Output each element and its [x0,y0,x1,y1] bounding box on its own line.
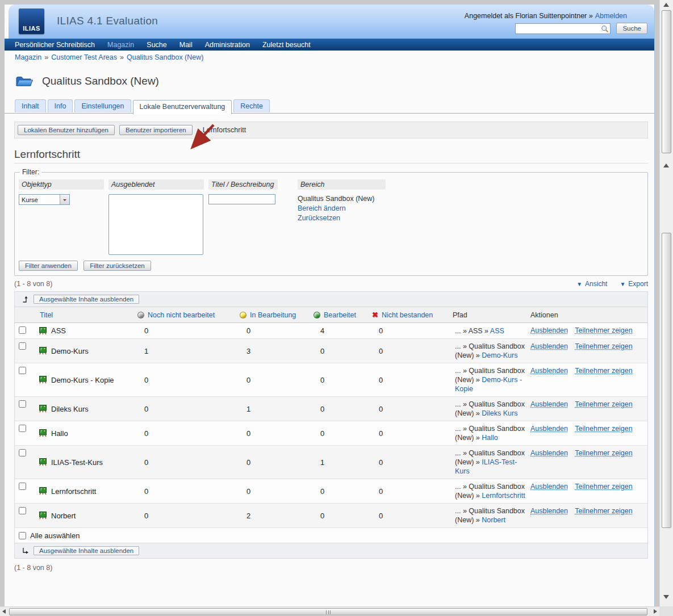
hide-selected-button-bottom[interactable]: Ausgewählte Inhalte ausblenden [34,546,139,555]
row-checkbox[interactable] [19,342,26,350]
apply-down-arrow-icon [22,547,29,555]
breadcrumb: Magazin»Customer Test Areas»Qualitus San… [5,51,654,64]
scroll-left-icon[interactable] [2,609,6,614]
horizontal-scroll-thumb[interactable] [9,608,647,615]
breadcrumb-link-1[interactable]: Customer Test Areas [51,53,117,61]
action-ausblenden[interactable]: Ausblenden [530,425,568,433]
import-users-button[interactable]: Benutzer importieren [119,125,193,135]
logout-link[interactable]: Abmelden [595,12,627,20]
tab-4[interactable]: Rechte [233,99,270,112]
action-ausblenden[interactable]: Ausblenden [530,342,568,350]
search-button[interactable]: Suche [616,23,647,34]
status-header-link-3[interactable]: Nicht bestanden [382,311,433,319]
zuruecksetzen-link[interactable]: Zurücksetzen [298,213,386,223]
path-link[interactable]: Demo-Kurs [482,351,517,359]
breadcrumb-separator: » [120,53,124,61]
value-in-progress: 0 [240,458,313,467]
vertical-scroll-thumb-top[interactable] [662,10,671,153]
breadcrumb-link-0[interactable]: Magazin [15,53,41,61]
search-input[interactable] [515,23,611,34]
actions-cell: Ausblenden Teilnehmer zeigen [530,479,647,491]
ausgeblendet-listbox[interactable] [108,194,203,255]
action-ausblenden[interactable]: Ausblenden [530,483,568,491]
table-row: Demo-Kurs - Kopie 0 0 0 0 ... » Qualitus… [15,363,647,397]
select-all-label: Alle auswählen [30,531,80,540]
action-teilnehmer-zeigen[interactable]: Teilnehmer zeigen [575,400,632,408]
bulk-strip-top: Ausgewählte Inhalte ausblenden [15,292,647,307]
action-teilnehmer-zeigen[interactable]: Teilnehmer zeigen [575,425,632,433]
titel-beschreibung-input[interactable] [208,194,275,204]
filter-reset-button[interactable]: Filter zurücksetzen [83,261,151,271]
action-ausblenden[interactable]: Ausblenden [530,449,568,457]
value-completed: 1 [313,458,372,467]
export-link[interactable]: Export [628,280,648,288]
course-icon [39,487,47,495]
nav-item-4[interactable]: Administration [205,41,250,49]
action-teilnehmer-zeigen[interactable]: Teilnehmer zeigen [575,342,632,350]
tab-3[interactable]: Lokale Benutzerverwaltung [133,100,232,114]
filter-legend: Filter: [20,168,41,176]
tab-0[interactable]: Inhalt [15,99,46,112]
login-status: Angemeldet als Florian Suittenpointner »… [465,12,627,20]
select-all-checkbox[interactable] [19,532,26,539]
row-checkbox[interactable] [19,507,26,514]
path-link[interactable]: Dileks Kurs [482,409,517,417]
value-completed: 0 [313,347,372,355]
action-ausblenden[interactable]: Ausblenden [530,367,568,375]
action-ausblenden[interactable]: Ausblenden [530,507,568,515]
status-header-link-2[interactable]: Bearbeitet [324,311,356,319]
value-not-attempted: 0 [137,326,240,335]
row-checkbox[interactable] [19,326,26,334]
course-icon [39,327,47,335]
horizontal-scrollbar[interactable] [0,606,659,616]
ansicht-dropdown[interactable]: ▼ Ansicht [576,280,607,288]
scroll-up-icon[interactable] [663,3,669,7]
row-checkbox[interactable] [19,425,26,432]
path-link[interactable]: Lernfortschritt [482,492,525,500]
action-teilnehmer-zeigen[interactable]: Teilnehmer zeigen [575,483,632,491]
ansicht-link[interactable]: Ansicht [585,280,607,288]
value-not-attempted: 0 [137,376,240,384]
action-ausblenden[interactable]: Ausblenden [530,400,568,408]
row-checkbox[interactable] [19,449,26,456]
nav-item-3[interactable]: Mail [179,41,193,49]
tab-1[interactable]: Info [48,99,73,112]
vertical-scroll-thumb[interactable] [662,233,671,528]
titel-header[interactable]: Titel [40,311,53,319]
nav-item-1[interactable]: Magazin [107,41,134,49]
row-checkbox[interactable] [19,367,26,374]
objekttyp-select[interactable]: Kurse [19,194,70,205]
select-dropdown-icon[interactable] [60,195,69,204]
vertical-scrollbar[interactable] [659,0,673,606]
export-dropdown[interactable]: ▼ Export [620,280,648,288]
path-link[interactable]: Norbert [482,516,505,524]
nav-item-5[interactable]: Zuletzt besucht [262,41,311,49]
scroll-right-icon[interactable] [654,609,657,614]
hide-selected-button-top[interactable]: Ausgewählte Inhalte ausblenden [34,295,139,304]
scroll-up-mid-icon[interactable] [663,164,669,167]
value-completed: 0 [313,429,372,438]
breadcrumb-link-2[interactable]: Qualitus Sandbox (New) [127,53,203,61]
status-header-link-1[interactable]: In Bearbeitung [250,311,296,319]
path-link[interactable]: Hallo [482,434,498,442]
action-teilnehmer-zeigen[interactable]: Teilnehmer zeigen [575,367,632,375]
action-teilnehmer-zeigen[interactable]: Teilnehmer zeigen [575,449,632,457]
actions-cell: Ausblenden Teilnehmer zeigen [530,397,647,408]
scroll-down-icon[interactable] [663,595,669,599]
app-header: ILIAS ILIAS 4.1 Evaluation Angemeldet al… [9,5,654,39]
row-checkbox[interactable] [19,400,26,408]
filter-apply-button[interactable]: Filter anwenden [19,261,78,271]
action-ausblenden[interactable]: Ausblenden [530,326,568,334]
status-header-link-0[interactable]: Noch nicht bearbeitet [148,311,215,319]
tab-2[interactable]: Einstellungen [74,99,131,112]
value-in-progress: 0 [240,429,313,438]
nav-item-2[interactable]: Suche [147,41,166,49]
path-cell: ... » Qualitus Sandbox (New) » ILIAS-Tes… [453,446,530,479]
row-checkbox[interactable] [19,483,26,490]
add-local-user-button[interactable]: Lokalen Benutzer hinzufügen [18,125,115,135]
path-link[interactable]: ASS [490,327,504,335]
bereich-aendern-link[interactable]: Bereich ändern [298,204,386,213]
action-teilnehmer-zeigen[interactable]: Teilnehmer zeigen [575,326,632,334]
nav-item-0[interactable]: Persönlicher Schreibtisch [15,41,95,49]
action-teilnehmer-zeigen[interactable]: Teilnehmer zeigen [575,507,632,515]
